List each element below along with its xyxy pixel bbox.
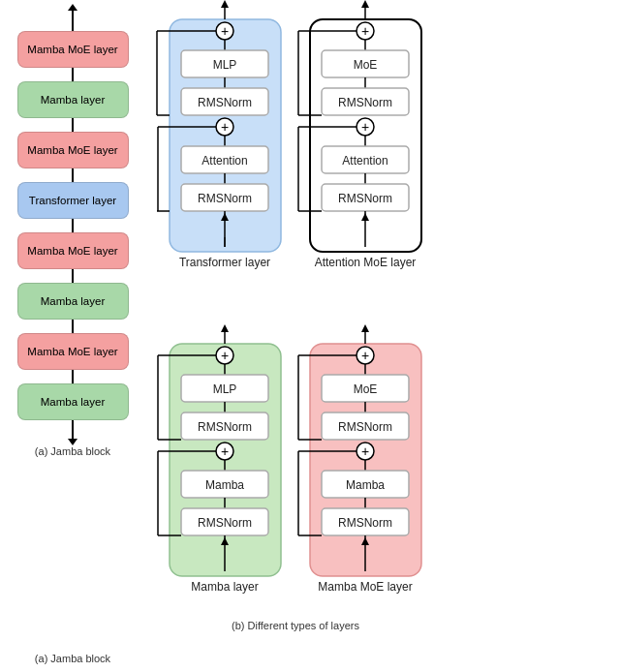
left-panel: Mamba MoE layer Mamba layer Mamba MoE la… (10, 10, 136, 639)
layer-mamba-moe-2: Mamba MoE layer (17, 132, 129, 168)
svg-marker-2 (221, 0, 229, 8)
svg-marker-31 (361, 0, 369, 8)
left-caption: (a) Jamba block (35, 445, 110, 457)
svg-text:Attention: Attention (342, 154, 388, 168)
svg-text:RMSNorm: RMSNorm (198, 516, 252, 530)
svg-text:RMSNorm: RMSNorm (338, 96, 392, 109)
connector-1 (72, 68, 74, 81)
svg-text:RMSNorm: RMSNorm (198, 96, 252, 109)
layer-mamba-3: Mamba layer (17, 383, 129, 420)
layer-mamba-moe-1: Mamba MoE layer (17, 31, 129, 68)
main-diagram: Mamba MoE layer Mamba layer Mamba MoE la… (0, 0, 620, 672)
svg-text:MLP: MLP (213, 58, 237, 72)
svg-text:+: + (221, 348, 229, 363)
svg-marker-59 (221, 324, 229, 332)
svg-text:MoE: MoE (354, 58, 378, 72)
svg-text:MLP: MLP (213, 382, 237, 396)
layer-mamba-2: Mamba layer (17, 283, 129, 320)
connector-7 (72, 370, 74, 383)
connector-6 (72, 320, 74, 333)
svg-text:Mamba layer: Mamba layer (191, 580, 258, 594)
layer-transformer: Transformer layer (17, 182, 129, 219)
svg-text:+: + (361, 443, 369, 459)
svg-text:Mamba: Mamba (205, 478, 244, 492)
svg-text:(b) Different types of layers: (b) Different types of layers (232, 620, 359, 631)
svg-text:+: + (221, 119, 229, 135)
svg-text:Mamba: Mamba (346, 478, 385, 492)
svg-text:+: + (361, 23, 369, 39)
svg-text:RMSNorm: RMSNorm (338, 516, 392, 530)
svg-text:RMSNorm: RMSNorm (338, 192, 392, 205)
svg-text:Attention: Attention (202, 154, 247, 168)
svg-marker-87 (361, 324, 369, 332)
layer-mamba-1: Mamba layer (17, 81, 129, 118)
svg-text:Mamba MoE layer: Mamba MoE layer (318, 580, 412, 594)
svg-text:+: + (361, 348, 369, 363)
connector-3 (72, 168, 74, 182)
layer-mamba-moe-3: Mamba MoE layer (17, 232, 129, 269)
svg-text:+: + (221, 443, 229, 459)
svg-text:RMSNorm: RMSNorm (198, 420, 252, 434)
svg-text:Transformer layer: Transformer layer (179, 256, 270, 269)
svg-text:RMSNorm: RMSNorm (338, 420, 392, 434)
svg-text:Attention MoE layer: Attention MoE layer (315, 256, 417, 269)
right-panel-svg: + MLP RMSNorm + Attention RMSNorm (150, 0, 615, 672)
connector-2 (72, 118, 74, 132)
svg-text:RMSNorm: RMSNorm (198, 192, 252, 205)
left-caption-bottom: (a) Jamba block (10, 653, 136, 664)
svg-text:MoE: MoE (354, 382, 378, 396)
svg-text:+: + (221, 23, 229, 39)
layer-mamba-moe-4: Mamba MoE layer (17, 333, 129, 370)
connector-5 (72, 269, 74, 283)
connector-4 (72, 219, 74, 232)
svg-text:+: + (361, 119, 369, 135)
